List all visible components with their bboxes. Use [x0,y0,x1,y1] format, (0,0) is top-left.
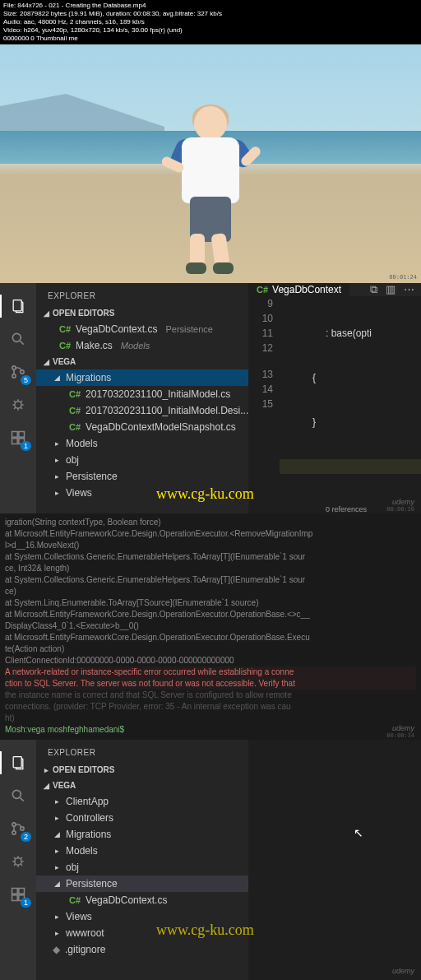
project-header[interactable]: ◢VEGA [36,354,248,369]
folder-models[interactable]: ▸Models [36,843,248,859]
more-icon[interactable]: ⋯ [404,283,414,296]
error-line: ction to SQL Server. The server was not … [5,678,416,690]
terminal-output[interactable]: igration(String contextType, Boolean for… [0,513,421,740]
split-icon[interactable]: ▥ [386,283,396,296]
svg-point-2 [12,366,16,369]
csharp-icon: C# [69,389,81,399]
svg-rect-7 [19,432,25,438]
folder-wwwroot[interactable]: ▸wwwroot [36,925,248,941]
udemy-logo: udemy [392,498,414,506]
folder-clientapp[interactable]: ▸ClientApp [36,793,248,810]
project-header[interactable]: ◢VEGA [36,778,248,793]
file-item[interactable]: C#20170320231100_InitialModel.Desi... [36,402,248,419]
svg-rect-8 [12,439,18,444]
scm-badge: 5 [21,375,31,385]
svg-point-13 [12,831,16,834]
code-editor[interactable]: 9101112💡131415 : base(opti { } 0 referen… [248,296,421,513]
git-icon: ◆ [53,944,60,955]
media-info-overlay: File: 844x726 - 021 - Creating the Datab… [0,0,421,44]
source-control-icon[interactable]: 5 [7,360,30,383]
csharp-icon: C# [69,895,81,905]
error-line: A network-related or instance-specific e… [5,666,416,678]
svg-rect-6 [12,432,18,438]
file-item[interactable]: C#20170320231100_InitialModel.cs [36,386,248,402]
svg-point-14 [21,827,24,830]
folder-views[interactable]: ▸Views [36,485,248,501]
folder-views[interactable]: ▸Views [36,908,248,925]
extensions-icon[interactable]: 1 [7,426,30,449]
editor-empty: ↖ [248,740,421,980]
udemy-logo: udemy [392,967,414,975]
svg-point-1 [12,333,21,341]
search-icon[interactable] [7,327,30,351]
video-timestamp: 00:00:26 [386,506,414,513]
video-timestamp: 00:00:34 [386,732,414,739]
folder-persistence[interactable]: ▸Persistence [36,468,248,485]
source-control-icon[interactable]: 2 [7,817,30,840]
ext-badge: 1 [21,441,31,451]
svg-point-3 [12,374,16,378]
video-thumbnail: 00:01:24 [0,44,421,283]
line-numbers: 9101112💡131415 [248,296,280,513]
activity-bar: 5 1 [0,283,36,513]
child-figure [165,106,256,279]
compare-icon[interactable]: ⧉ [370,283,377,296]
file-vegadbcontext[interactable]: C#VegaDbContext.cs [36,892,248,908]
video-timestamp: 00:01:24 [389,274,417,281]
debug-icon[interactable] [7,393,30,416]
svg-point-11 [12,790,21,798]
open-editors-header[interactable]: ◢OPEN EDITORS [36,305,248,321]
vscode-pane-1: 5 1 EXPLORER ◢OPEN EDITORS C#VegaDbConte… [0,283,421,513]
file-item[interactable]: C#VegaDbContextModelSnapshot.cs [36,419,248,435]
open-editor-item[interactable]: C#Make.csModels [36,337,248,354]
extensions-icon[interactable]: 1 [7,883,30,906]
vscode-pane-2: 2 1 EXPLORER ▸OPEN EDITORS ◢VEGA ▸Client… [0,740,421,980]
sidebar: EXPLORER ◢OPEN EDITORS C#VegaDbContext.c… [36,283,248,513]
debug-icon[interactable] [7,850,30,873]
svg-rect-17 [19,889,25,894]
folder-migrations[interactable]: ◢Migrations [36,826,248,843]
file-gitignore[interactable]: ◆.gitignore [36,941,248,958]
svg-rect-10 [13,757,21,768]
folder-models[interactable]: ▸Models [36,435,248,452]
sidebar-title: EXPLORER [36,740,248,762]
search-icon[interactable] [7,784,30,807]
csharp-icon: C# [69,406,81,416]
csharp-icon: C# [59,324,71,334]
folder-obj[interactable]: ▸obj [36,859,248,875]
udemy-logo: udemy [392,724,414,732]
csharp-icon: C# [59,341,71,351]
open-editors-header[interactable]: ▸OPEN EDITORS [36,762,248,778]
sidebar: EXPLORER ▸OPEN EDITORS ◢VEGA ▸ClientApp … [36,740,248,980]
svg-point-12 [12,823,16,826]
tab-vegadbcontext[interactable]: C#VegaDbContext [248,283,350,296]
tab-bar: C#VegaDbContext ⧉ ▥ ⋯ [248,283,421,296]
ext-badge: 1 [21,898,31,908]
svg-point-4 [21,370,24,374]
csharp-icon: C# [257,285,268,295]
svg-rect-0 [13,300,21,311]
activity-bar: 2 1 [0,740,36,980]
csharp-icon: C# [69,422,81,432]
folder-controllers[interactable]: ▸Controllers [36,810,248,826]
svg-rect-16 [12,889,18,894]
terminal-prompt: Mosh:vega moshfeghhamedani$ [5,725,124,734]
scm-badge: 2 [21,832,31,842]
editor-area: C#VegaDbContext ⧉ ▥ ⋯ 9101112💡131415 : b… [248,283,421,513]
folder-obj[interactable]: ▸obj [36,452,248,468]
explorer-icon[interactable] [7,295,30,318]
folder-persistence[interactable]: ◢Persistence [36,875,248,892]
svg-rect-18 [12,895,18,901]
folder-migrations[interactable]: ◢Migrations [36,369,248,386]
svg-point-15 [15,858,21,865]
sidebar-title: EXPLORER [36,283,248,305]
open-editor-item[interactable]: C#VegaDbContext.csPersistence [36,321,248,337]
svg-point-5 [15,402,21,408]
explorer-icon[interactable] [7,751,30,774]
cursor-icon: ↖ [354,826,363,839]
